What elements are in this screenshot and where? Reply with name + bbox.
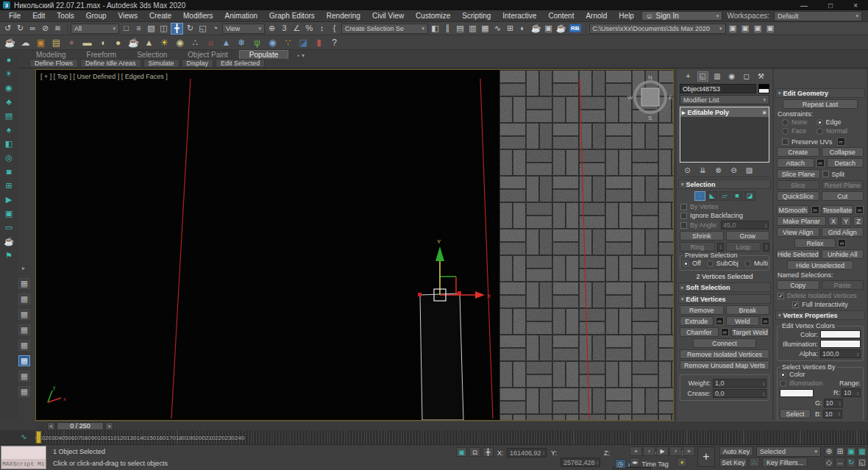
- selected-vertex[interactable]: [418, 293, 421, 296]
- render-boost-icon[interactable]: RB: [569, 24, 581, 32]
- spinner-snap-icon[interactable]: ↕: [316, 23, 328, 35]
- dome-primitive-icon[interactable]: ◖: [96, 36, 110, 49]
- auto-key-button[interactable]: Auto Key: [719, 446, 753, 456]
- remove-isolated-vertices-button[interactable]: Remove Isolated Vertices: [680, 349, 769, 359]
- menu-item[interactable]: Customize: [410, 12, 456, 20]
- named-selection-sets-select[interactable]: Create Selection Se▾: [341, 24, 428, 34]
- snowflake-icon[interactable]: ❄: [235, 36, 249, 49]
- ribbon-tab[interactable]: Populate: [239, 50, 288, 59]
- ribbon-button[interactable]: Display: [182, 59, 214, 68]
- select-by-color-button[interactable]: Select: [780, 409, 811, 419]
- quickslice-button[interactable]: QuickSlice: [777, 191, 819, 201]
- make-planar-button[interactable]: Make Planar: [777, 216, 826, 226]
- range-r-spinner[interactable]: 10: [842, 388, 861, 397]
- msmooth-button[interactable]: MSmooth: [777, 205, 809, 215]
- viewport-layout-tab[interactable]: ▦: [18, 371, 30, 382]
- use-pivot-center-icon[interactable]: ⊕: [266, 23, 278, 35]
- fov-icon[interactable]: ◇: [824, 457, 834, 468]
- chevron-down-icon[interactable]: ▾: [302, 52, 305, 59]
- menu-item[interactable]: Modifiers: [177, 12, 219, 20]
- next-key-icon[interactable]: ›: [669, 446, 682, 456]
- utilities-tab[interactable]: ⚒: [755, 71, 766, 82]
- vertex-subobject-icon[interactable]: ∴: [694, 191, 705, 201]
- street-lamp-icon[interactable]: ⚑: [3, 249, 15, 261]
- spheres-group-icon[interactable]: ∵: [281, 36, 295, 49]
- grid-helper-icon[interactable]: ⊞: [3, 179, 15, 191]
- shrink-button[interactable]: Shrink: [680, 231, 724, 241]
- weld-settings-icon[interactable]: ▭: [761, 317, 769, 325]
- tower-icon[interactable]: ▲: [219, 36, 233, 49]
- previous-key-icon[interactable]: ‹: [643, 446, 655, 456]
- ribbon-tab[interactable]: Freeform: [77, 51, 127, 59]
- goto-end-icon[interactable]: »: [683, 446, 695, 456]
- collapse-button[interactable]: Collapse: [822, 147, 864, 157]
- maximize-button[interactable]: □: [828, 1, 833, 10]
- hide-selected-button[interactable]: Hide Selected: [777, 249, 819, 259]
- percent-snap-icon[interactable]: %: [303, 23, 316, 35]
- tree-book-icon[interactable]: ▤: [3, 110, 15, 121]
- viewport-label[interactable]: [ + ] [ Top ] [ User Defined ] [ Edged F…: [40, 73, 168, 80]
- tree-icon[interactable]: ♠: [3, 124, 15, 135]
- coord-x-field[interactable]: 161406,92: [507, 448, 547, 457]
- key-mode-toggle-icon[interactable]: ♦: [677, 457, 687, 467]
- viewport-layout-tab[interactable]: ▦: [18, 386, 30, 397]
- range-b-spinner[interactable]: 10: [823, 410, 842, 419]
- planar-z-button[interactable]: Z: [853, 216, 864, 226]
- planar-y-button[interactable]: Y: [841, 216, 851, 226]
- box-primitive-icon[interactable]: ▬: [80, 36, 94, 49]
- vertex-illumination-swatch[interactable]: [820, 340, 861, 348]
- menu-item[interactable]: Edit: [26, 12, 51, 20]
- window-crossing-icon[interactable]: ◫: [157, 23, 170, 35]
- gizmo-x-arrow[interactable]: [475, 291, 485, 299]
- ignore-backfacing-checkbox[interactable]: [680, 213, 687, 219]
- preview-off-radio[interactable]: [683, 260, 689, 267]
- object-color-swatch[interactable]: [758, 84, 769, 93]
- weight-spinner[interactable]: 1,0: [713, 379, 766, 388]
- menu-item[interactable]: Interactive: [497, 12, 542, 20]
- viewport-layout-tab[interactable]: ▦: [18, 309, 30, 320]
- track-bar-ruler[interactable]: 0102030405060708090100110120130140150160…: [35, 430, 868, 444]
- camera-add-icon[interactable]: ▣: [3, 207, 15, 219]
- polygon-subobject-icon[interactable]: ■: [732, 191, 743, 201]
- lightbulb-icon[interactable]: ●: [3, 54, 15, 65]
- modify-tab[interactable]: ◱: [697, 71, 708, 82]
- ribbon-toggle-icon[interactable]: ▦: [479, 23, 491, 35]
- selection-lock-icon[interactable]: Ω: [469, 447, 480, 457]
- time-tag-icon[interactable]: ◷: [615, 459, 626, 469]
- image-slate-icon[interactable]: ▣: [34, 36, 48, 49]
- cube-select-icon[interactable]: ◪: [296, 36, 310, 49]
- ribbon-tab[interactable]: Object Paint: [178, 51, 237, 59]
- angle-snap-icon[interactable]: ∠: [291, 23, 303, 35]
- gizmo-y-arrow[interactable]: [435, 246, 444, 261]
- key-step-icons[interactable]: ◂▸: [630, 457, 640, 467]
- teapot-primitive-icon[interactable]: ☕: [127, 36, 140, 49]
- reference-coordinate-select[interactable]: View▾: [222, 24, 265, 34]
- coord-y-field[interactable]: 25782,428: [561, 457, 600, 467]
- vertex-properties-rollout-header[interactable]: ▾Vertex Properties: [775, 310, 865, 320]
- attach-settings-icon[interactable]: ▭: [817, 159, 825, 167]
- redo-icon[interactable]: ↻: [14, 23, 26, 35]
- reset-plane-button[interactable]: Reset Plane: [822, 180, 864, 190]
- preview-multi-radio[interactable]: [744, 260, 751, 267]
- chamfer-button[interactable]: Chamfer: [680, 327, 719, 337]
- alpha-spinner[interactable]: 100,0: [820, 349, 861, 358]
- planar-x-button[interactable]: X: [828, 216, 839, 226]
- mirror-icon[interactable]: ◧: [429, 23, 441, 35]
- tessellate-settings-icon[interactable]: ▭: [855, 206, 864, 214]
- relax-settings-icon[interactable]: ▭: [838, 239, 846, 247]
- remove-button[interactable]: Remove: [680, 305, 724, 315]
- key-mode-select[interactable]: Selected▾: [756, 446, 821, 457]
- pie-center-icon[interactable]: ◔: [209, 23, 221, 35]
- zoom-extents-icon[interactable]: ▣: [846, 446, 856, 457]
- layer-explorer-icon[interactable]: ▥: [466, 23, 479, 35]
- orbit-icon[interactable]: ↻: [846, 457, 856, 468]
- constraint-face-radio[interactable]: [782, 128, 789, 135]
- atom-icon[interactable]: ☼: [204, 36, 218, 49]
- track-bar[interactable]: ∿ 01020304050607080901001101201301401501…: [0, 430, 868, 444]
- menu-item[interactable]: Arnold: [580, 12, 613, 20]
- weld-button[interactable]: Weld: [726, 316, 760, 326]
- menu-item[interactable]: Scripting: [456, 12, 497, 20]
- slice-plane-button[interactable]: Slice Plane: [777, 169, 820, 179]
- select-by-color-swatch[interactable]: [780, 389, 814, 397]
- menu-item[interactable]: Civil View: [366, 12, 410, 20]
